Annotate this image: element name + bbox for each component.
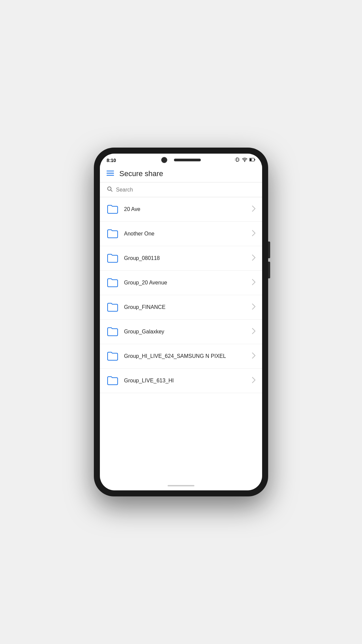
speaker-grille <box>174 159 201 161</box>
folder-list: 20 Ave Another One Group_080118 <box>100 197 262 481</box>
svg-rect-13 <box>107 175 114 176</box>
folder-name: Another One <box>124 231 252 237</box>
app-title: Secure share <box>119 169 163 178</box>
battery-icon <box>249 157 255 163</box>
menu-button[interactable] <box>107 169 114 178</box>
chevron-right-icon <box>252 230 255 238</box>
folder-name: 20 Ave <box>124 206 252 212</box>
folder-name: Group_HI_LIVE_624_SAMSUNG N PIXEL <box>124 353 252 359</box>
folder-icon <box>107 301 119 313</box>
folder-icon <box>107 326 119 338</box>
folder-list-item[interactable]: Group_Galaxkey <box>100 320 262 344</box>
bottom-bar <box>100 481 262 490</box>
folder-icon <box>107 228 119 240</box>
svg-line-15 <box>111 190 112 191</box>
chevron-right-icon <box>252 304 255 311</box>
folder-list-item[interactable]: Group_HI_LIVE_624_SAMSUNG N PIXEL <box>100 344 262 369</box>
search-input[interactable] <box>116 187 255 193</box>
search-bar[interactable] <box>100 182 262 197</box>
folder-name: Group_FINANCE <box>124 304 252 310</box>
app-bar: Secure share <box>100 165 262 182</box>
folder-list-item[interactable]: Group_LIVE_613_HI <box>100 369 262 393</box>
search-icon <box>107 186 113 194</box>
phone-top-decoration <box>161 157 201 163</box>
folder-icon <box>107 252 119 264</box>
folder-list-item[interactable]: Group_FINANCE <box>100 295 262 320</box>
chevron-right-icon <box>252 279 255 287</box>
folder-name: Group_080118 <box>124 255 252 261</box>
folder-name: Group_LIVE_613_HI <box>124 378 252 384</box>
folder-icon <box>107 375 119 387</box>
folder-icon <box>107 203 119 215</box>
phone-screen: 8:10 <box>100 154 262 490</box>
folder-list-item[interactable]: Group_080118 <box>100 246 262 271</box>
vibrate-icon <box>235 157 240 163</box>
chevron-right-icon <box>252 377 255 385</box>
folder-list-item[interactable]: 20 Ave <box>100 197 262 222</box>
svg-rect-10 <box>254 159 255 160</box>
folder-list-item[interactable]: Another One <box>100 222 262 246</box>
folder-name: Group_20 Avenue <box>124 280 252 286</box>
status-icons <box>235 157 255 163</box>
svg-rect-9 <box>250 159 251 161</box>
camera-dot <box>161 157 167 163</box>
chevron-right-icon <box>252 328 255 336</box>
home-indicator <box>168 485 194 486</box>
svg-rect-0 <box>236 158 238 162</box>
wifi-icon <box>242 157 247 163</box>
svg-rect-11 <box>107 171 114 171</box>
chevron-right-icon <box>252 206 255 213</box>
status-time: 8:10 <box>107 158 116 163</box>
svg-point-7 <box>244 161 245 162</box>
folder-list-item[interactable]: Group_20 Avenue <box>100 271 262 295</box>
chevron-right-icon <box>252 353 255 360</box>
folder-icon <box>107 350 119 362</box>
chevron-right-icon <box>252 255 255 262</box>
svg-rect-12 <box>107 173 114 173</box>
phone-device: 8:10 <box>94 148 268 496</box>
folder-name: Group_Galaxkey <box>124 329 252 335</box>
folder-icon <box>107 277 119 289</box>
volume-down-button <box>268 262 270 278</box>
volume-up-button <box>268 241 270 258</box>
